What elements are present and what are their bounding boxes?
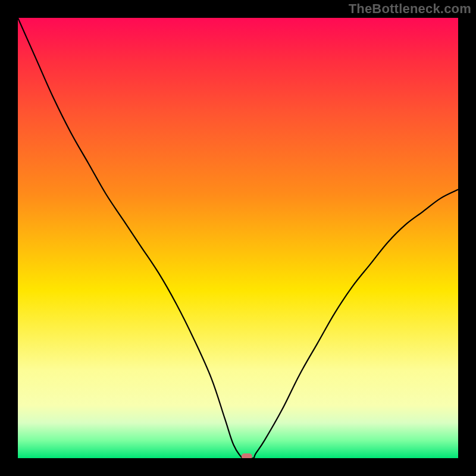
minimum-marker [242,453,252,458]
bottleneck-curve [18,18,458,458]
plot-area [18,18,458,458]
attribution-text: TheBottleneck.com [349,1,471,17]
chart-frame: TheBottleneck.com [0,0,476,476]
chart-svg [18,18,458,458]
